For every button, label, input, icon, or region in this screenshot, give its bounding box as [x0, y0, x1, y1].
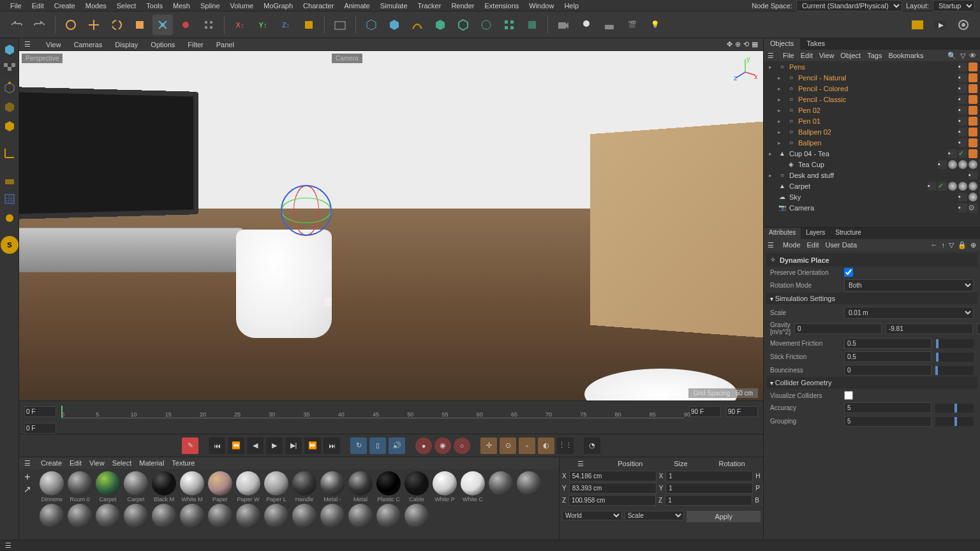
menu-edit[interactable]: Edit — [27, 1, 49, 11]
material-item[interactable]: Paper — [207, 471, 234, 503]
material-tag[interactable] — [958, 182, 967, 191]
matmenu-material[interactable]: Material — [139, 459, 164, 467]
render-pv-button[interactable] — [930, 15, 951, 35]
sound-button[interactable]: 🔊 — [389, 437, 405, 454]
visibility-tag[interactable]: ▪ — [958, 73, 967, 82]
object-row[interactable]: ▲Carpet▪✓ — [764, 180, 980, 191]
tab-structure[interactable]: Structure — [830, 228, 866, 239]
material-item[interactable]: Cable — [403, 471, 430, 503]
bulb-icon[interactable]: 💡 — [645, 15, 665, 35]
apply-button[interactable]: Apply — [687, 511, 761, 522]
enable-tag[interactable]: ✓ — [958, 149, 967, 158]
viewmenu-panel[interactable]: Panel — [214, 40, 237, 50]
spline-icon[interactable] — [407, 15, 427, 35]
movie-icon[interactable]: 🎬 — [622, 15, 642, 35]
field-icon[interactable] — [476, 15, 496, 35]
viewmenu-cameras[interactable]: Cameras — [71, 40, 105, 50]
record-button[interactable]: ● — [415, 437, 432, 454]
viewmenu-display[interactable]: Display — [112, 40, 140, 50]
material-item[interactable] — [66, 504, 93, 528]
zoom-icon[interactable]: ⊕ — [735, 40, 741, 48]
material-item[interactable]: Paper W — [235, 471, 262, 503]
material-tag[interactable] — [948, 182, 957, 191]
menu-volume[interactable]: Volume — [225, 1, 259, 11]
tab-takes[interactable]: Takes — [800, 38, 831, 50]
filter-icon[interactable]: ▽ — [949, 241, 954, 249]
object-tree[interactable]: ▸○Pens▪▸○Pencil - Natural▪▸○Pencil - Col… — [764, 61, 980, 227]
visibility-tag[interactable]: ▪ — [958, 203, 967, 212]
material-item[interactable]: Carpet — [122, 471, 149, 503]
hamburger-icon[interactable]: ☰ — [5, 541, 11, 550]
object-row[interactable]: ▸▲Cup 04 - Tea▪✓ — [764, 148, 980, 159]
workplane-icon[interactable] — [1, 171, 19, 189]
material-item[interactable] — [347, 504, 374, 528]
material-item[interactable] — [319, 504, 346, 528]
camera-icon[interactable] — [553, 15, 574, 35]
object-row[interactable]: ▸○Desk and stuff▪ — [764, 170, 980, 180]
tab-objects[interactable]: Objects — [764, 38, 800, 50]
lock-icon[interactable]: 🔒 — [958, 241, 967, 249]
timeline-current-input[interactable] — [726, 406, 758, 417]
object-row[interactable]: 📷Camera▪⊙ — [764, 202, 980, 213]
material-item[interactable] — [94, 504, 121, 528]
key-scale-icon[interactable]: ▫ — [519, 437, 535, 454]
material-item[interactable] — [235, 504, 262, 528]
x-axis-lock[interactable]: X↕ — [230, 15, 250, 35]
grouping-slider[interactable] — [935, 417, 974, 426]
menu-tracker[interactable]: Tracker — [413, 1, 447, 11]
object-row[interactable]: ▸○Pens▪ — [764, 61, 980, 72]
material-item[interactable] — [516, 471, 542, 503]
max-icon[interactable]: ⊕ — [970, 241, 976, 249]
z-axis-lock[interactable]: Z↕ — [276, 15, 296, 35]
next-key-button[interactable]: ⏩ — [304, 437, 321, 454]
objmenu-view[interactable]: View — [819, 52, 835, 59]
material-item[interactable]: Plastic C — [375, 471, 402, 503]
timeline[interactable]: 051015202530354045505560657075808590 — [19, 400, 763, 422]
visibility-tag[interactable]: ▪ — [958, 117, 967, 126]
visibility-tag[interactable]: ▪ — [958, 95, 967, 104]
redo-button[interactable] — [29, 15, 50, 35]
material-tag[interactable] — [969, 160, 977, 169]
menu-window[interactable]: Window — [524, 1, 559, 11]
autokey-toggle[interactable]: ○ — [454, 437, 470, 454]
object-row[interactable]: ▸○Pencil - Natural▪ — [764, 72, 980, 83]
dynamics-tag[interactable] — [969, 62, 977, 71]
filter-icon[interactable]: ▽ — [960, 52, 965, 60]
material-item[interactable] — [263, 504, 290, 528]
objmenu-object[interactable]: Object — [840, 52, 861, 59]
dynamics-tag[interactable] — [969, 138, 977, 147]
key-pla-icon[interactable]: ⋮⋮ — [557, 437, 574, 454]
dynamics-tag[interactable] — [969, 95, 977, 104]
menu-tools[interactable]: Tools — [141, 1, 168, 11]
menu-create[interactable]: Create — [49, 1, 80, 11]
matmenu-select[interactable]: Select — [112, 459, 132, 467]
symmetry-icon[interactable]: S — [1, 236, 19, 254]
move-tool[interactable] — [84, 15, 104, 35]
viewmenu-options[interactable]: Options — [148, 40, 177, 50]
objmenu-file[interactable]: File — [783, 52, 794, 59]
menu-animate[interactable]: Animate — [339, 1, 375, 11]
autokey-icon[interactable]: ✎ — [182, 437, 198, 454]
poly-mode-icon[interactable] — [1, 117, 19, 135]
enable-tag[interactable]: ✓ — [938, 182, 947, 191]
timeline-start2-input[interactable] — [24, 423, 56, 434]
accuracy-input[interactable] — [844, 402, 932, 413]
material-item[interactable] — [403, 504, 430, 528]
material-item[interactable] — [38, 504, 65, 528]
expand-icon[interactable]: ↗ — [20, 484, 34, 494]
visibility-tag[interactable]: ▪ — [958, 138, 967, 147]
menu-render[interactable]: Render — [446, 1, 479, 11]
goto-end-button[interactable]: ⏭ — [323, 437, 340, 454]
key-rot-icon[interactable]: ⊙ — [500, 437, 516, 454]
gravity-x-input[interactable] — [794, 323, 882, 334]
prev-frame-button[interactable]: ◀ — [247, 437, 264, 454]
object-row[interactable]: ☁Sky▪ — [764, 191, 980, 202]
layout-icon[interactable]: ▦ — [752, 40, 758, 48]
cube-primitive-icon[interactable] — [361, 15, 382, 35]
object-row[interactable]: ▸○Ballpen▪ — [764, 137, 980, 148]
volume-icon[interactable] — [522, 15, 542, 35]
material-item[interactable] — [375, 504, 402, 528]
dynamics-tag[interactable] — [969, 117, 977, 126]
pos-Y-input[interactable] — [569, 483, 657, 494]
menu-select[interactable]: Select — [112, 1, 142, 11]
